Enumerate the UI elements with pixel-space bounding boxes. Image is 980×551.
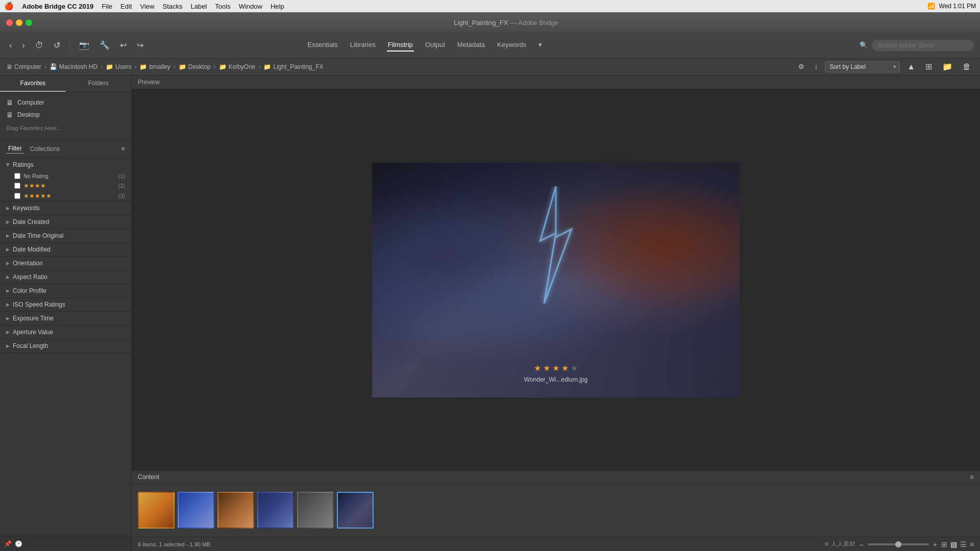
view-list-icon[interactable]: ≡ [970,540,974,548]
aspect-ratio-header[interactable]: ▶ Aspect Ratio [0,270,131,284]
aspect-ratio-arrow: ▶ [6,274,10,280]
minimize-button[interactable] [16,19,22,26]
content-view-icon[interactable]: ≡ [970,473,974,481]
sort-ascending[interactable]: ▲ [904,60,918,73]
zoom-in-button[interactable]: + [933,540,937,548]
window-controls[interactable] [6,19,32,26]
filter-tool[interactable]: ⚙ [795,61,807,72]
filter-menu-icon[interactable]: ≡ [121,145,125,153]
bmalley-icon: 📁 [139,63,147,70]
date-modified-header[interactable]: ▶ Date Modified [0,243,131,256]
rating-none-checkbox[interactable] [14,173,20,179]
sort-order-toggle[interactable]: ↕ [812,61,821,72]
menu-help[interactable]: Help [271,3,284,10]
focal-length-header[interactable]: ▶ Focal Length [0,339,131,353]
menu-window[interactable]: Window [239,3,262,10]
tab-metadata[interactable]: Metadata [456,39,486,52]
apple-logo[interactable]: 🍎 [4,2,14,11]
rating-4stars-stars: ★★★★ [23,182,46,189]
preview-star-4: ★ [561,363,569,373]
thumbnail-3[interactable] [217,492,254,529]
camera-button[interactable]: 📷 [76,38,92,52]
view-filmstrip-icon[interactable]: ▤ [950,540,957,548]
date-created-header[interactable]: ▶ Date Created [0,215,131,229]
breadcrumb-desktop[interactable]: 📁 Desktop [179,63,211,70]
menu-stacks[interactable]: Stacks [162,3,182,10]
app-name: Adobe Bridge CC 2019 [22,3,93,10]
clock-icon[interactable]: 🕐 [15,540,22,547]
breadcrumb-users[interactable]: 📁 Users [106,63,131,70]
exposure-label: Exposure Time [13,315,54,322]
aspect-ratio-label: Aspect Ratio [13,273,47,281]
breadcrumb-bmalley[interactable]: 📁 bmalley [139,63,170,70]
filter-tab-collections[interactable]: Collections [28,144,62,154]
pin-icon[interactable]: 📌 [4,540,12,547]
maximize-button[interactable] [26,19,32,26]
thumb-3-inner [218,493,253,528]
zoom-slider[interactable] [868,543,929,545]
tab-keywords[interactable]: Keywords [496,39,527,52]
menu-label[interactable]: Label [190,3,207,10]
tab-filmstrip[interactable]: Filmstrip [387,39,414,52]
keywords-header[interactable]: ▶ Keywords [0,202,131,215]
refresh-button[interactable]: ↺ [51,38,63,52]
undo-button[interactable]: ↩ [117,38,130,52]
zoom-out-button[interactable]: – [860,540,864,548]
back-button[interactable]: ‹ [6,39,15,52]
datetime-original-header[interactable]: ▶ Date Time Original [0,229,131,242]
fav-computer[interactable]: 🖥 Computer [0,96,131,109]
rating-5stars-checkbox[interactable] [14,193,20,199]
rating-4stars[interactable]: ★★★★ (2) [0,181,131,191]
ratings-header[interactable]: ▶ Ratings [0,158,131,171]
tab-favorites[interactable]: Favorites [0,76,66,92]
breadcrumb-computer[interactable]: 🖥 Computer [6,63,41,70]
tab-folders[interactable]: Folders [66,76,132,92]
menu-file[interactable]: File [102,3,112,10]
rating-none[interactable]: No Rating (1) [0,171,131,181]
view-options[interactable]: ⊞ [922,60,935,73]
menu-view[interactable]: View [140,3,155,10]
delete-button[interactable]: 🗑 [960,60,974,73]
view-grid-icon[interactable]: ⊞ [941,540,947,548]
new-folder[interactable]: 📁 [939,60,955,73]
thumbnail-4[interactable] [257,492,294,529]
view-mode-icons: ⊞ ▤ ☰ ≡ [941,540,974,548]
breadcrumb-lightfx[interactable]: 📁 Light_Painting_FX [263,63,323,70]
rating-5stars[interactable]: ★★★★★ (3) [0,191,131,201]
breadcrumb-hd[interactable]: 💾 Macintosh HD [50,63,97,70]
tab-output[interactable]: Output [424,39,446,52]
fav-desktop[interactable]: 🖥 Desktop [0,109,131,121]
breadcrumb-kelbyone[interactable]: 📁 KelbyOne [219,63,256,70]
filter-section-date-created: ▶ Date Created [0,215,131,229]
menu-edit[interactable]: Edit [120,3,132,10]
forward-button[interactable]: › [19,39,28,52]
tab-essentials[interactable]: Essentials [307,39,339,52]
exposure-header[interactable]: ▶ Exposure Time [0,312,131,325]
thumbnail-1[interactable] [138,492,175,529]
thumb-5-inner [298,493,333,528]
fav-computer-label: Computer [17,99,44,106]
sort-wrapper: Sort by Label Sort by Filename Sort by D… [825,61,900,72]
rating-4stars-checkbox[interactable] [14,183,20,189]
search-input[interactable] [872,40,974,51]
iso-header[interactable]: ▶ ISO Speed Ratings [0,298,131,311]
computer-icon: 🖥 [6,98,13,107]
aperture-header[interactable]: ▶ Aperture Value [0,325,131,339]
history-button[interactable]: ⏱ [32,39,46,52]
view-detail-icon[interactable]: ☰ [960,540,967,548]
menu-tools[interactable]: Tools [215,3,230,10]
filter-tab-filter[interactable]: Filter [6,144,24,154]
thumbnail-2[interactable] [178,492,214,529]
thumbnail-5[interactable] [297,492,334,529]
tab-more[interactable]: ▾ [537,39,543,52]
close-button[interactable] [6,19,13,26]
orientation-header[interactable]: ▶ Orientation [0,257,131,270]
sort-dropdown[interactable]: Sort by Label Sort by Filename Sort by D… [825,61,900,72]
color-profile-header[interactable]: ▶ Color Profile [0,284,131,297]
redo-button[interactable]: ↪ [134,38,146,52]
thumbnail-6[interactable] [337,492,374,529]
tab-libraries[interactable]: Libraries [349,39,377,52]
tools-button[interactable]: 🔧 [96,38,113,52]
filter-section-orientation: ▶ Orientation [0,257,131,270]
filter-section-ratings: ▶ Ratings No Rating (1) ★★★★ (2) ★★★★★ (… [0,158,131,202]
